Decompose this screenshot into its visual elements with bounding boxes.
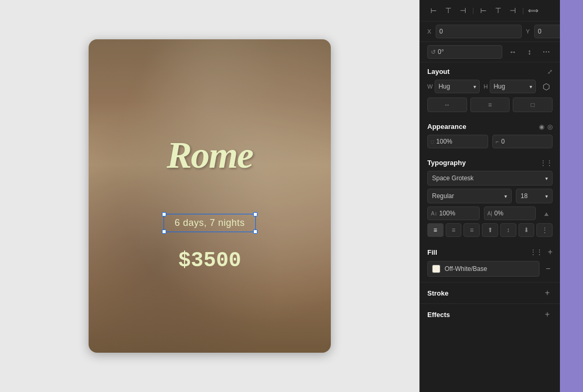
x-field: X xyxy=(427,25,522,38)
visibility-icon[interactable]: ◉ xyxy=(539,123,544,130)
align-center-h-button[interactable]: ⊤ xyxy=(442,4,455,17)
radius-icon: ⌐ xyxy=(496,138,499,145)
card-background xyxy=(89,39,331,353)
opacity-drop-icon[interactable]: ◎ xyxy=(547,123,553,130)
y-label: Y xyxy=(526,28,532,35)
stroke-title: Stroke xyxy=(427,289,448,297)
width-dropdown[interactable]: Hug ▾ xyxy=(435,80,479,93)
x-label: X xyxy=(427,28,434,35)
font-chevron: ▾ xyxy=(545,176,548,181)
selected-text-element[interactable]: 6 days, 7 nights xyxy=(164,214,256,232)
stroke-add-button[interactable]: + xyxy=(542,288,553,298)
letter-spacing-icon: A| xyxy=(488,211,492,216)
layout-distribute-h-btn[interactable]: ↔ xyxy=(427,97,467,112)
stroke-section: Stroke + xyxy=(420,282,560,303)
y-field: Y xyxy=(526,25,560,38)
design-card[interactable]: Rome 6 days, 7 nights $3500 xyxy=(89,39,331,353)
text-align-left-btn[interactable]: ≡ xyxy=(427,223,444,237)
text-valign-top-btn[interactable]: ⬆ xyxy=(482,223,498,237)
rotation-icon: ↺ xyxy=(431,49,436,56)
width-field: W Hug ▾ xyxy=(427,80,480,93)
color-swatch[interactable]: Off-White/Base xyxy=(427,261,539,277)
height-dropdown[interactable]: Hug ▾ xyxy=(490,80,536,93)
typography-section-header: Typography ⋮⋮ xyxy=(420,154,560,171)
size-chevron: ▾ xyxy=(545,193,548,199)
appearance-section-header: Appearance ◉ ◎ xyxy=(420,117,560,135)
color-name: Off-White/Base xyxy=(445,265,487,273)
effects-add-button[interactable]: + xyxy=(542,309,553,320)
font-row: Space Grotesk ▾ xyxy=(420,171,560,189)
opacity-value: 100% xyxy=(436,138,452,145)
canvas: Rome 6 days, 7 nights $3500 xyxy=(0,0,419,392)
rome-title: Rome xyxy=(167,134,253,177)
text-align-right-btn[interactable]: ≡ xyxy=(463,223,480,237)
layout-align-center-btn[interactable]: ≡ xyxy=(470,97,510,112)
fill-icons: ⋮⋮ + xyxy=(530,247,553,257)
fill-section-header: Fill ⋮⋮ + xyxy=(420,242,560,261)
rotation-field: ↺ 0° xyxy=(427,45,502,59)
resize-handle-tr[interactable] xyxy=(253,212,257,216)
text-valign-bottom-btn[interactable]: ⬇ xyxy=(519,223,535,237)
text-align-center-btn[interactable]: ≡ xyxy=(446,223,462,237)
flip-h-button[interactable]: ↔ xyxy=(506,46,519,58)
layout-expand-icon[interactable]: ⤢ xyxy=(547,68,553,75)
effects-section: Effects + xyxy=(420,303,560,325)
y-input[interactable] xyxy=(534,25,560,38)
typography-title: Typography xyxy=(427,159,466,167)
resize-handle-bl[interactable] xyxy=(162,230,166,234)
scale-row: A↕ 100% A| 0% ⟁ xyxy=(420,206,560,223)
align-left-button[interactable]: ⊢ xyxy=(427,4,440,17)
width-chevron: ▾ xyxy=(473,84,476,90)
right-accent-bar xyxy=(560,0,583,392)
height-field: H Hug ▾ xyxy=(484,80,536,93)
appearance-title: Appearance xyxy=(427,123,466,130)
height-value: Hug xyxy=(493,83,505,90)
color-dot xyxy=(432,265,440,273)
align-top-button[interactable]: ⊢ xyxy=(477,4,490,17)
letter-spacing-field: A| 0% xyxy=(484,206,536,220)
typography-settings-button[interactable]: ⟁ xyxy=(540,207,553,220)
fill-minus-btn[interactable]: − xyxy=(544,264,553,274)
layout-title: Layout xyxy=(427,68,450,75)
properties-panel: ⊢ ⊤ ⊣ | ⊢ ⊤ ⊣ | ⟺ X Y ↺ 0° ↔ ↕ ⋯ Layout … xyxy=(419,0,560,392)
scale-value: 100% xyxy=(439,210,456,217)
size-dropdown[interactable]: 18 ▾ xyxy=(516,189,553,203)
fill-color-row: Off-White/Base − xyxy=(420,261,560,282)
rotation-value: 0° xyxy=(438,48,444,56)
layout-frame-btn[interactable]: □ xyxy=(513,97,553,112)
resize-handle-tl[interactable] xyxy=(162,212,166,216)
layout-icons: ⤢ xyxy=(547,68,553,75)
opacity-box-icon: □ xyxy=(431,139,434,145)
text-align-row: ≡ ≡ ≡ ⬆ ↕ ⬇ ⋮ xyxy=(420,223,560,242)
effects-title: Effects xyxy=(427,311,450,319)
days-nights-text: 6 days, 7 nights xyxy=(175,217,245,228)
appearance-icons: ◉ ◎ xyxy=(539,123,553,130)
distribute-h-button[interactable]: ⟺ xyxy=(527,4,539,17)
typography-icons: ⋮⋮ xyxy=(540,159,553,167)
weight-size-row: Regular ▾ 18 ▾ xyxy=(420,189,560,206)
fill-add-icon[interactable]: + xyxy=(548,247,553,257)
constrain-proportions-button[interactable]: ⬡ xyxy=(540,80,553,93)
flip-v-button[interactable]: ↕ xyxy=(523,46,536,58)
selection-box: 6 days, 7 nights xyxy=(164,214,256,232)
transform-more-button[interactable]: ⋯ xyxy=(540,46,553,58)
align-bottom-button[interactable]: ⊣ xyxy=(506,4,519,17)
w-label: W xyxy=(427,83,433,90)
radius-field: ⌐ 0 xyxy=(492,135,553,148)
align-middle-button[interactable]: ⊤ xyxy=(492,4,504,17)
position-row: X Y xyxy=(420,21,560,42)
height-chevron: ▾ xyxy=(530,84,532,90)
rotation-row: ↺ 0° ↔ ↕ ⋯ xyxy=(420,42,560,62)
text-more-btn[interactable]: ⋮ xyxy=(536,223,553,237)
x-input[interactable] xyxy=(436,25,522,38)
typography-more-icon[interactable]: ⋮⋮ xyxy=(540,159,553,167)
opacity-field: □ 100% xyxy=(427,135,488,148)
font-dropdown[interactable]: Space Grotesk ▾ xyxy=(427,171,553,186)
letter-spacing-value: 0% xyxy=(494,210,503,217)
weight-chevron: ▾ xyxy=(504,193,507,199)
align-right-button[interactable]: ⊣ xyxy=(457,4,469,17)
text-valign-mid-btn[interactable]: ↕ xyxy=(500,223,516,237)
fill-more-icon[interactable]: ⋮⋮ xyxy=(530,248,543,256)
weight-dropdown[interactable]: Regular ▾ xyxy=(427,189,512,203)
resize-handle-br[interactable] xyxy=(253,230,257,234)
